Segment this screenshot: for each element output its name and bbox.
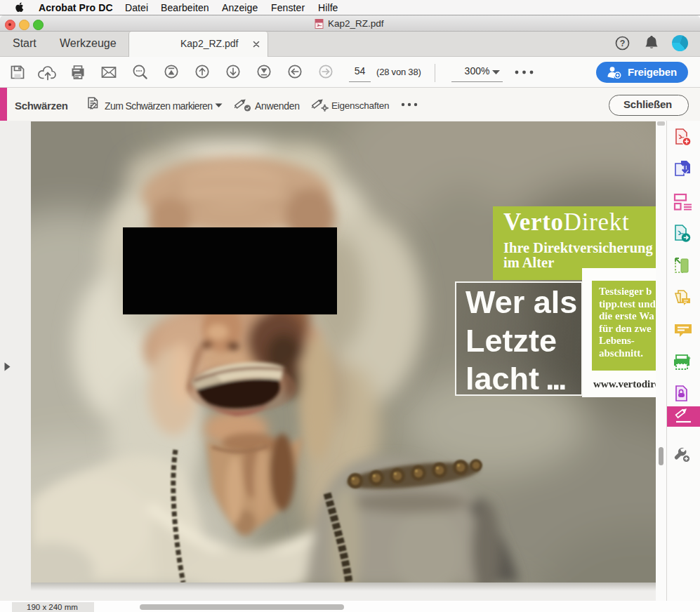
svg-text:?: ? <box>620 39 626 48</box>
